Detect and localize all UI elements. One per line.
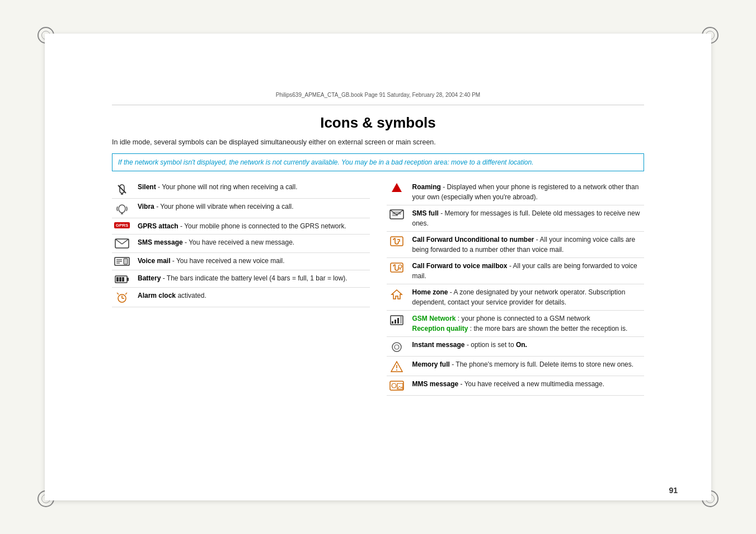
list-item: Call Forward Unconditional to number - A… <box>387 232 645 258</box>
svg-rect-15 <box>127 278 129 281</box>
gprs-label: GPRS attach <box>138 222 179 230</box>
intro-text: In idle mode, several symbols can be dis… <box>112 137 644 148</box>
list-item: Instant message - option is set to On. <box>387 337 645 357</box>
svg-line-8 <box>122 239 129 244</box>
roaming-desc: Roaming - Displayed when your phone is r… <box>412 182 645 202</box>
homezone-label: Home zone <box>412 288 448 296</box>
left-column: Silent - Your phone will not ring when r… <box>112 179 370 450</box>
homezone-icon <box>387 287 407 301</box>
note-text: If the network symbol isn't displayed, t… <box>118 157 638 167</box>
svg-rect-35 <box>392 321 393 324</box>
silent-icon <box>112 182 132 195</box>
gsm-desc: GSM Network : your phone is connected to… <box>412 313 645 334</box>
callforward-label: Call Forward Unconditional to number <box>412 236 534 243</box>
vibra-icon <box>112 202 132 215</box>
svg-line-0 <box>118 185 126 193</box>
battery-desc: Battery - The bars indicate the battery … <box>138 273 370 283</box>
svg-line-22 <box>117 293 119 294</box>
list-item: Memory full - The phone's memory is full… <box>387 357 645 376</box>
svg-rect-17 <box>119 277 121 282</box>
svg-rect-18 <box>122 277 124 282</box>
memfull-text: - The phone's memory is full. Delete ite… <box>452 360 633 368</box>
page-number: 91 <box>669 486 678 495</box>
list-item: Alarm clock activated. <box>112 288 370 307</box>
gprs-desc: GPRS attach - Your mobile phone is conne… <box>138 221 370 231</box>
instant-text: - option is set to <box>467 341 516 349</box>
svg-point-45 <box>392 383 396 388</box>
svg-point-3 <box>119 205 125 213</box>
list-item: SMS message - You have received a new me… <box>112 235 370 253</box>
list-item: Roaming - Displayed when your phone is r… <box>387 179 645 205</box>
memfull-icon <box>387 359 407 373</box>
instant-label: Instant message <box>412 341 465 349</box>
list-item: Call Forward to voice mailbox - All your… <box>387 258 645 284</box>
battery-label: Battery <box>138 274 161 282</box>
gsm-text2: : the more bars are shown the better the… <box>470 325 627 332</box>
gsm-icon <box>387 313 407 327</box>
instant-icon <box>387 340 407 353</box>
memfull-label: Memory full <box>412 360 450 368</box>
homezone-desc: Home zone - A zone designated by your ne… <box>412 287 645 307</box>
voicemail-text: - You have received a new voice mail. <box>172 257 285 265</box>
svg-point-32 <box>398 265 402 268</box>
voicemail-label: Voice mail <box>138 257 170 265</box>
page-background: Philips639_APMEA_CTA_GB.book Page 91 Sat… <box>45 34 711 500</box>
list-item: MMS message - You have received a new mu… <box>387 376 645 396</box>
alarm-desc: Alarm clock activated. <box>138 291 370 301</box>
svg-rect-37 <box>397 318 399 324</box>
two-column-layout: Silent - Your phone will not ring when r… <box>112 179 644 450</box>
svg-line-23 <box>125 293 127 294</box>
sms-desc: SMS message - You have received a new me… <box>138 237 370 247</box>
battery-icon <box>112 273 132 284</box>
memfull-desc: Memory full - The phone's memory is full… <box>412 359 645 369</box>
file-info: Philips639_APMEA_CTA_GB.book Page 91 Sat… <box>112 90 644 105</box>
mms-text: - You have received a new multimedia mes… <box>461 380 604 388</box>
svg-rect-38 <box>400 316 402 324</box>
vibra-label: Vibra <box>138 203 154 210</box>
smsfull-label: SMS full <box>412 209 439 217</box>
instant-desc: Instant message - option is set to On. <box>412 340 645 350</box>
list-item: GPRS GPRS attach - Your mobile phone is … <box>112 218 370 235</box>
svg-rect-36 <box>395 320 396 324</box>
list-item: SMS full - Memory for messages is full. … <box>387 205 645 232</box>
svg-rect-13 <box>124 259 128 264</box>
sms-label: SMS message <box>138 238 183 246</box>
vibra-text: - Your phone will vibrate when receiving… <box>156 203 293 210</box>
smsfull-desc: SMS full - Memory for messages is full. … <box>412 208 645 228</box>
callvmail-desc: Call Forward to voice mailbox - All your… <box>412 261 645 281</box>
sms-icon <box>112 237 132 250</box>
callforward-desc: Call Forward Unconditional to number - A… <box>412 235 645 255</box>
list-item: Silent - Your phone will not ring when r… <box>112 179 370 199</box>
list-item: Battery - The bars indicate the battery … <box>112 270 370 288</box>
callvmail-label: Call Forward to voice mailbox <box>412 262 508 270</box>
gprs-text: - Your mobile phone is connected to the … <box>180 222 346 230</box>
voicemail-desc: Voice mail - You have received a new voi… <box>138 256 370 266</box>
alarm-label: Alarm clock <box>138 292 176 299</box>
alarm-text: activated. <box>177 292 206 299</box>
svg-rect-16 <box>116 277 119 282</box>
svg-point-40 <box>395 345 399 349</box>
battery-text: - The bars indicate the battery level (4… <box>163 274 348 282</box>
alarm-icon <box>112 291 132 304</box>
gprs-icon: GPRS <box>112 221 132 228</box>
callvmail-icon <box>387 261 407 274</box>
list-item: GSM Network : your phone is connected to… <box>387 311 645 337</box>
list-item: Vibra - Your phone will vibrate when rec… <box>112 199 370 218</box>
callforward-icon <box>387 235 407 248</box>
silent-desc: Silent - Your phone will not ring when r… <box>138 182 370 192</box>
content-area: Philips639_APMEA_CTA_GB.book Page 91 Sat… <box>112 90 644 450</box>
smsfull-text: - Memory for messages is full. Delete ol… <box>412 209 640 227</box>
list-item: Home zone - A zone designated by your ne… <box>387 284 645 311</box>
instant-on: On. <box>516 341 527 349</box>
gprs-badge: GPRS <box>114 222 130 228</box>
vibra-desc: Vibra - Your phone will vibrate when rec… <box>138 202 370 212</box>
note-box: If the network symbol isn't displayed, t… <box>112 153 644 171</box>
gsm-text1: : your phone is connected to a GSM netwo… <box>458 315 590 322</box>
roaming-triangle <box>392 183 402 192</box>
right-column: Roaming - Displayed when your phone is r… <box>387 179 645 450</box>
silent-text: - Your phone will not ring when receivin… <box>158 183 297 191</box>
svg-point-43 <box>396 369 397 371</box>
page-title: Icons & symbols <box>112 114 644 132</box>
sms-text: - You have received a new message. <box>185 238 294 246</box>
smsfull-icon <box>387 208 407 221</box>
